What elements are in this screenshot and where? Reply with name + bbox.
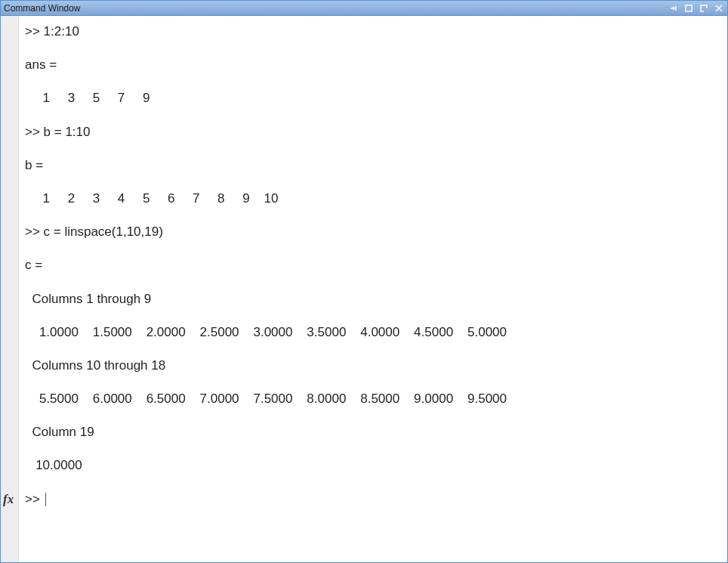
content-area: fx >> 1:2:10 ans = 1 3 5 7 9 >> b = 1:10… <box>1 16 727 562</box>
console-line <box>25 441 721 457</box>
maximize-icon[interactable] <box>699 3 709 14</box>
console-line: c = <box>25 257 721 274</box>
text-cursor <box>45 493 46 506</box>
console-line: 5.5000 6.0000 6.5000 7.0000 7.5000 8.000… <box>25 391 721 407</box>
prompt-line[interactable]: >> <box>25 491 721 508</box>
console-line: 1 2 3 4 5 6 7 8 9 10 <box>25 190 721 207</box>
minimize-icon[interactable] <box>683 3 694 14</box>
console-line <box>25 207 721 224</box>
console-line <box>25 374 721 391</box>
console-line: 1.0000 1.5000 2.0000 2.5000 3.0000 3.500… <box>25 324 721 341</box>
console-line <box>25 174 721 190</box>
console-line <box>25 308 721 324</box>
console-line: >> b = 1:10 <box>25 124 721 141</box>
console-line <box>25 73 721 90</box>
prompt-symbol: >> <box>25 491 44 508</box>
console-line <box>25 40 721 57</box>
titlebar: Command Window <box>1 1 727 16</box>
console-line: b = <box>25 157 721 174</box>
console-line: >> c = linspace(1,10,19) <box>25 224 721 240</box>
console-line: Columns 10 through 18 <box>25 357 721 374</box>
console-line: Column 19 <box>25 424 721 441</box>
command-window: Command Window fx >> 1:2:10 ans = 1 3 5 … <box>0 0 728 563</box>
gutter: fx <box>1 16 19 562</box>
console-line: Columns 1 through 9 <box>25 291 721 308</box>
console-line <box>25 475 721 491</box>
console-output[interactable]: >> 1:2:10 ans = 1 3 5 7 9 >> b = 1:10 b … <box>19 16 727 562</box>
console-line <box>25 141 721 157</box>
console-line: ans = <box>25 57 721 73</box>
titlebar-controls <box>668 3 724 14</box>
dock-icon[interactable] <box>668 3 679 14</box>
svg-rect-0 <box>686 5 692 11</box>
console-line <box>25 274 721 290</box>
console-line: 1 3 5 7 9 <box>25 90 721 107</box>
console-line <box>25 240 721 257</box>
fx-indicator[interactable]: fx <box>3 492 14 507</box>
console-line <box>25 107 721 123</box>
window-title: Command Window <box>4 3 668 14</box>
console-line <box>25 341 721 357</box>
console-line <box>25 407 721 424</box>
console-line: 10.0000 <box>25 457 721 474</box>
close-icon[interactable] <box>714 3 724 14</box>
console-line: >> 1:2:10 <box>25 23 721 40</box>
